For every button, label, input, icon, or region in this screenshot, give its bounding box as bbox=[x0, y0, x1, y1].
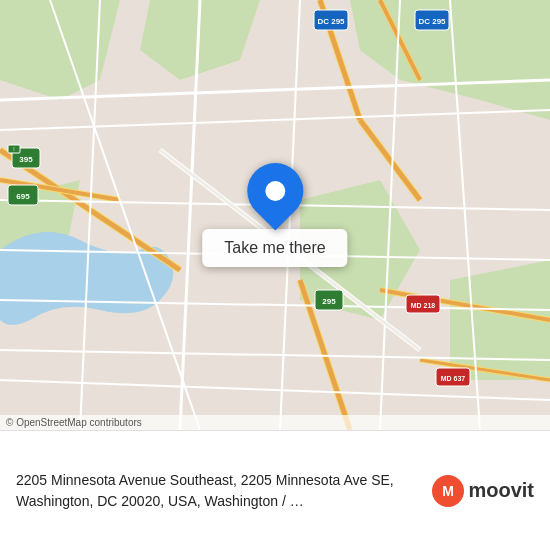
svg-text:MD 637: MD 637 bbox=[441, 375, 466, 382]
moovit-brand-text: moovit bbox=[468, 479, 534, 502]
moovit-icon: M bbox=[432, 475, 464, 507]
svg-text:695: 695 bbox=[16, 192, 30, 201]
svg-text:395: 395 bbox=[19, 155, 33, 164]
map-attribution: © OpenStreetMap contributors bbox=[0, 415, 550, 430]
location-pin-icon bbox=[235, 151, 314, 230]
svg-text:M: M bbox=[443, 483, 455, 499]
svg-text:295: 295 bbox=[322, 297, 336, 306]
attribution-text: © OpenStreetMap contributors bbox=[6, 417, 142, 428]
moovit-logo: M moovit bbox=[432, 475, 534, 507]
take-me-there-button[interactable]: Take me there bbox=[202, 229, 347, 267]
map-location-overlay[interactable]: Take me there bbox=[202, 163, 347, 267]
svg-text:DC 295: DC 295 bbox=[418, 17, 446, 26]
map-container: 395 I 695 DC 295 DC 295 295 MD 218 MD 63… bbox=[0, 0, 550, 430]
svg-text:I: I bbox=[13, 146, 14, 152]
svg-text:MD 218: MD 218 bbox=[411, 302, 436, 309]
info-panel: 2205 Minnesota Avenue Southeast, 2205 Mi… bbox=[0, 430, 550, 550]
address-text: 2205 Minnesota Avenue Southeast, 2205 Mi… bbox=[16, 470, 418, 512]
svg-text:DC 295: DC 295 bbox=[317, 17, 345, 26]
